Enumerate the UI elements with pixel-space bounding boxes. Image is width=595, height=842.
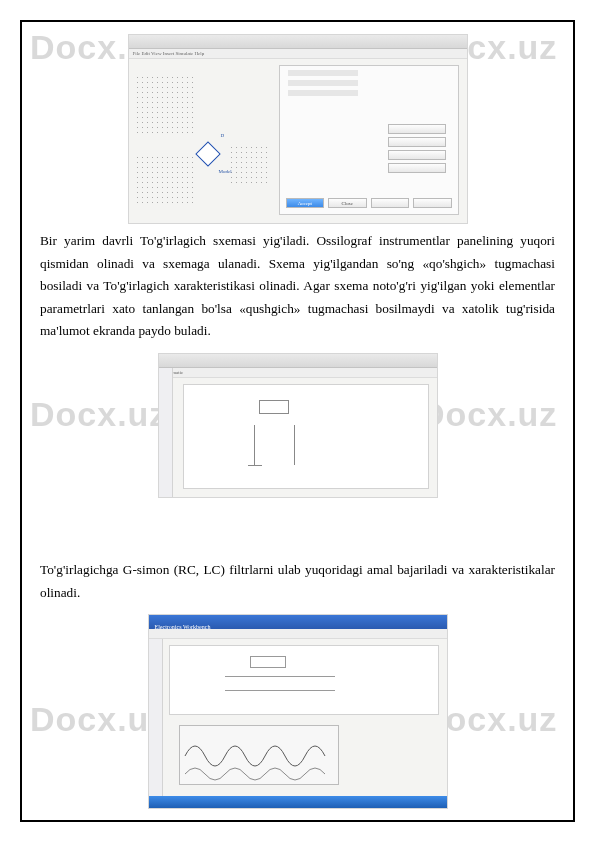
dialog-panel: Accept Close	[279, 65, 459, 215]
component-label: Model	[219, 169, 232, 174]
window-titlebar	[159, 354, 437, 368]
wire	[225, 676, 335, 677]
dialog-option-button[interactable]	[388, 124, 446, 134]
canvas-area	[183, 384, 429, 489]
dialog-option-button[interactable]	[388, 150, 446, 160]
window-toolbar: Schematic	[159, 368, 437, 378]
dialog-option-button[interactable]	[388, 137, 446, 147]
window-toolbar: File Edit View Insert Simulate Help	[129, 49, 467, 59]
wire	[294, 425, 295, 465]
close-button[interactable]: Close	[328, 198, 367, 208]
window-titlebar	[129, 35, 467, 49]
wire	[225, 690, 335, 691]
screenshot-2: Schematic	[158, 353, 438, 498]
dialog-button[interactable]	[413, 198, 452, 208]
sidebar	[149, 639, 163, 808]
dialog-option-button[interactable]	[388, 163, 446, 173]
dialog-field	[288, 90, 358, 96]
oscilloscope-panel	[179, 725, 339, 785]
screenshot-3: Electronics Workbench	[148, 614, 448, 809]
paragraph-2: To'g'irlagichga G-simon (RC, LC) filtrla…	[40, 559, 555, 604]
screenshot-1: File Edit View Insert Simulate Help D Mo…	[128, 34, 468, 224]
accept-button[interactable]: Accept	[286, 198, 325, 208]
window-titlebar: Electronics Workbench	[149, 615, 447, 629]
component-label: D	[221, 133, 225, 138]
schematic-canvas	[169, 645, 439, 715]
component-block	[259, 400, 289, 414]
sidebar	[159, 368, 173, 497]
component-icon	[195, 141, 220, 166]
ground-icon	[248, 465, 262, 466]
wire	[254, 425, 255, 465]
schematic-area	[229, 145, 267, 183]
dialog-button[interactable]	[371, 198, 410, 208]
taskbar	[149, 796, 447, 808]
window-toolbar	[149, 629, 447, 639]
waveform-icon	[180, 726, 340, 786]
dialog-field	[288, 70, 358, 76]
dialog-field	[288, 80, 358, 86]
component-block	[250, 656, 286, 668]
paragraph-1: Bir yarim davrli To'g'irlagich sxemasi y…	[40, 230, 555, 343]
page-content: File Edit View Insert Simulate Help D Mo…	[40, 30, 555, 812]
window-title: Electronics Workbench	[149, 624, 211, 630]
schematic-area	[135, 155, 195, 205]
schematic-area	[135, 75, 195, 135]
